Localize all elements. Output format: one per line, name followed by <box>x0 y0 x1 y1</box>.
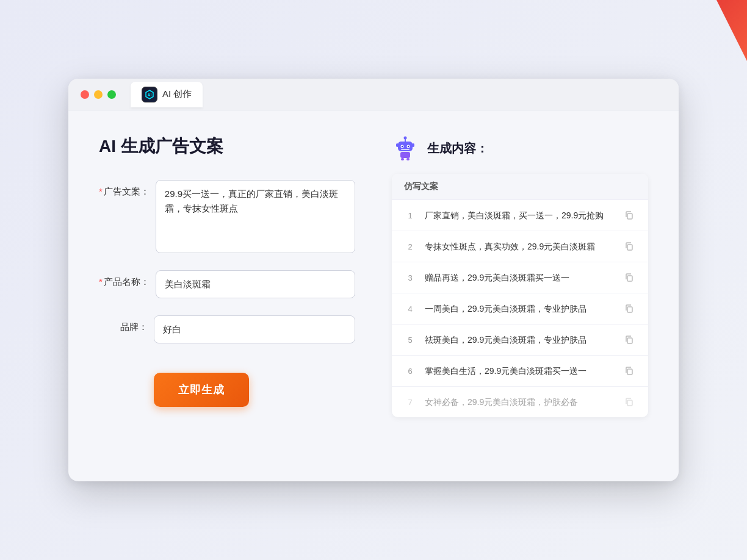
row-text: 专抹女性斑点，真实功效，29.9元美白淡斑霜 <box>425 240 614 253</box>
svg-point-8 <box>408 146 409 147</box>
ad-copy-group: *广告文案： 29.9买一送一，真正的厂家直销，美白淡斑霜，专抹女性斑点 <box>99 180 355 253</box>
row-text: 赠品再送，29.9元美白淡斑霜买一送一 <box>425 271 614 284</box>
ai-logo-icon: AI <box>142 87 157 102</box>
svg-rect-20 <box>627 369 632 375</box>
svg-rect-16 <box>627 245 632 250</box>
table-row: 4一周美白，29.9元美白淡斑霜，专业护肤品 <box>392 293 648 325</box>
brand-label: 品牌： <box>99 315 148 333</box>
table-row: 1厂家直销，美白淡斑霜，买一送一，29.9元抢购 <box>392 200 648 231</box>
ad-copy-input[interactable]: 29.9买一送一，真正的厂家直销，美白淡斑霜，专抹女性斑点 <box>156 180 355 253</box>
table-row: 7女神必备，29.9元美白淡斑霜，护肤必备 <box>392 387 648 417</box>
row-number: 1 <box>404 211 416 220</box>
row-text: 女神必备，29.9元美白淡斑霜，护肤必备 <box>425 396 614 409</box>
row-number: 7 <box>404 398 416 407</box>
svg-point-7 <box>402 146 403 147</box>
page-title: AI 生成广告文案 <box>99 135 355 158</box>
row-text: 一周美白，29.9元美白淡斑霜，专业护肤品 <box>425 303 614 315</box>
table-header: 仿写文案 <box>392 174 648 200</box>
generate-button[interactable]: 立即生成 <box>154 373 249 407</box>
row-number: 3 <box>404 273 416 282</box>
svg-rect-15 <box>627 214 632 219</box>
maximize-button[interactable] <box>107 90 116 99</box>
svg-rect-19 <box>627 338 632 343</box>
row-number: 6 <box>404 367 416 376</box>
product-name-label: *产品名称： <box>99 270 150 288</box>
brand-input[interactable] <box>154 315 355 343</box>
svg-text:AI: AI <box>148 93 152 97</box>
svg-rect-9 <box>401 149 410 150</box>
svg-rect-11 <box>396 143 399 147</box>
copy-icon[interactable] <box>622 395 636 409</box>
titlebar: AI AI 创作 <box>68 79 679 110</box>
app-window: AI AI 创作 AI 生成广告文案 *广告文案： 29.9买一送一，真正的厂家… <box>68 79 679 481</box>
svg-rect-12 <box>412 143 414 147</box>
minimize-button[interactable] <box>94 90 103 99</box>
traffic-lights <box>81 90 116 99</box>
svg-point-3 <box>404 137 407 140</box>
svg-rect-18 <box>627 307 632 312</box>
row-text: 厂家直销，美白淡斑霜，买一送一，29.9元抢购 <box>425 209 614 222</box>
table-row: 6掌握美白生活，29.9元美白淡斑霜买一送一 <box>392 356 648 387</box>
ai-tab[interactable]: AI AI 创作 <box>131 82 203 107</box>
svg-rect-17 <box>627 276 632 281</box>
copy-icon[interactable] <box>622 364 636 378</box>
svg-rect-13 <box>401 158 404 160</box>
close-button[interactable] <box>81 90 89 99</box>
main-content: AI 生成广告文案 *广告文案： 29.9买一送一，真正的厂家直销，美白淡斑霜，… <box>68 110 679 442</box>
left-panel: AI 生成广告文案 *广告文案： 29.9买一送一，真正的厂家直销，美白淡斑霜，… <box>99 135 355 417</box>
brand-group: 品牌： <box>99 315 355 343</box>
tab-label: AI 创作 <box>162 88 192 100</box>
result-table: 仿写文案 1厂家直销，美白淡斑霜，买一送一，29.9元抢购 2专抹女性斑点，真实… <box>392 174 648 417</box>
svg-rect-10 <box>400 152 410 158</box>
table-row: 2专抹女性斑点，真实功效，29.9元美白淡斑霜 <box>392 231 648 262</box>
required-star-1: * <box>99 186 103 196</box>
product-name-input[interactable] <box>156 270 355 298</box>
copy-icon[interactable] <box>622 302 636 315</box>
svg-rect-21 <box>627 400 632 406</box>
row-number: 4 <box>404 304 416 314</box>
row-text: 掌握美白生活，29.9元美白淡斑霜买一送一 <box>425 365 614 378</box>
right-panel: 生成内容： 仿写文案 1厂家直销，美白淡斑霜，买一送一，29.9元抢购 2专抹女… <box>392 135 648 417</box>
copy-icon[interactable] <box>622 209 636 222</box>
result-rows-container: 1厂家直销，美白淡斑霜，买一送一，29.9元抢购 2专抹女性斑点，真实功效，29… <box>392 200 648 417</box>
copy-icon[interactable] <box>622 333 636 346</box>
row-text: 祛斑美白，29.9元美白淡斑霜，专业护肤品 <box>425 334 614 346</box>
ad-copy-label: *广告文案： <box>99 180 150 198</box>
copy-icon[interactable] <box>622 271 636 284</box>
table-row: 3赠品再送，29.9元美白淡斑霜买一送一 <box>392 262 648 293</box>
result-title: 生成内容： <box>427 140 488 157</box>
table-row: 5祛斑美白，29.9元美白淡斑霜，专业护肤品 <box>392 325 648 356</box>
robot-icon <box>392 135 419 162</box>
product-name-group: *产品名称： <box>99 270 355 298</box>
copy-icon[interactable] <box>622 240 636 253</box>
required-star-2: * <box>99 276 103 287</box>
row-number: 2 <box>404 242 416 251</box>
result-header: 生成内容： <box>392 135 648 162</box>
row-number: 5 <box>404 336 416 345</box>
svg-rect-14 <box>406 158 410 160</box>
